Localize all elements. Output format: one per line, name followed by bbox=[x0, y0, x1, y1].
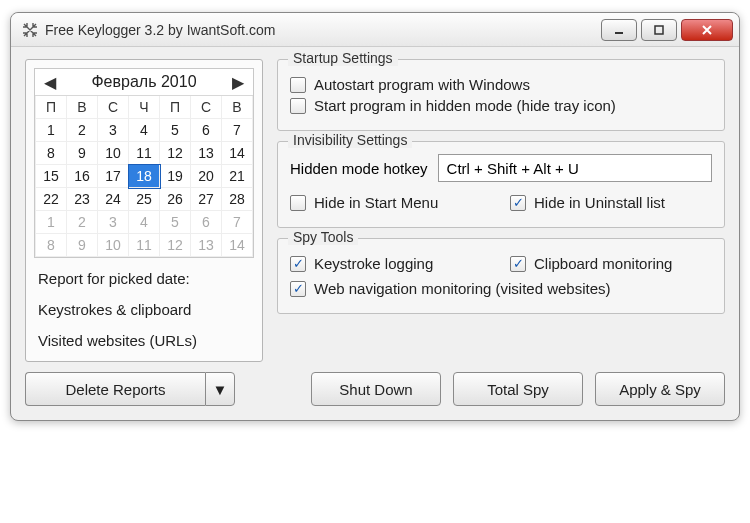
calendar-day[interactable]: 13 bbox=[191, 142, 222, 165]
calendar-day[interactable]: 1 bbox=[36, 119, 67, 142]
calendar-day[interactable]: 13 bbox=[191, 234, 222, 257]
delete-reports-button[interactable]: Delete Reports bbox=[25, 372, 205, 406]
chevron-down-icon: ▼ bbox=[213, 381, 228, 398]
app-window: Free Keylogger 3.2 by IwantSoft.com ◀ Фе… bbox=[10, 12, 740, 421]
calendar-weekday-header: Ч bbox=[129, 96, 160, 119]
calendar-day[interactable]: 4 bbox=[129, 211, 160, 234]
bottom-button-row: Delete Reports ▼ Shut Down Total Spy App… bbox=[25, 372, 725, 406]
calendar-day[interactable]: 21 bbox=[222, 165, 253, 188]
report-for-date-label: Report for picked date: bbox=[38, 270, 250, 287]
spy-tools-legend: Spy Tools bbox=[288, 229, 358, 245]
calendar-day[interactable]: 14 bbox=[222, 234, 253, 257]
shut-down-button[interactable]: Shut Down bbox=[311, 372, 441, 406]
app-icon bbox=[21, 21, 39, 39]
calendar-prev-button[interactable]: ◀ bbox=[41, 73, 59, 91]
titlebar: Free Keylogger 3.2 by IwantSoft.com bbox=[11, 13, 739, 47]
hotkey-input[interactable] bbox=[438, 154, 712, 182]
calendar-weekday-header: С bbox=[191, 96, 222, 119]
apply-spy-button[interactable]: Apply & Spy bbox=[595, 372, 725, 406]
calendar-day[interactable]: 12 bbox=[160, 142, 191, 165]
total-spy-button[interactable]: Total Spy bbox=[453, 372, 583, 406]
calendar-weekday-header: В bbox=[67, 96, 98, 119]
invisibility-settings-group: Invisibility Settings Hidden mode hotkey… bbox=[277, 141, 725, 228]
calendar-day[interactable]: 7 bbox=[222, 119, 253, 142]
startup-settings-group: Startup Settings Autostart program with … bbox=[277, 59, 725, 131]
calendar-weekday-header: В bbox=[222, 96, 253, 119]
calendar-day[interactable]: 6 bbox=[191, 119, 222, 142]
calendar-day[interactable]: 26 bbox=[160, 188, 191, 211]
delete-reports-dropdown-button[interactable]: ▼ bbox=[205, 372, 235, 406]
hide-start-menu-label: Hide in Start Menu bbox=[314, 194, 438, 211]
calendar-day[interactable]: 8 bbox=[36, 234, 67, 257]
calendar-day[interactable]: 1 bbox=[36, 211, 67, 234]
calendar-day[interactable]: 27 bbox=[191, 188, 222, 211]
calendar-day[interactable]: 18 bbox=[129, 165, 160, 188]
calendar-weekday-header: С bbox=[98, 96, 129, 119]
calendar-day[interactable]: 11 bbox=[129, 234, 160, 257]
calendar-day[interactable]: 28 bbox=[222, 188, 253, 211]
calendar-day[interactable]: 15 bbox=[36, 165, 67, 188]
startup-legend: Startup Settings bbox=[288, 50, 398, 66]
left-panel: ◀ Февраль 2010 ▶ ПВСЧПСВ 123456789101112… bbox=[25, 59, 263, 362]
window-title: Free Keylogger 3.2 by IwantSoft.com bbox=[45, 22, 601, 38]
calendar-day[interactable]: 4 bbox=[129, 119, 160, 142]
calendar-day[interactable]: 22 bbox=[36, 188, 67, 211]
spy-tools-group: Spy Tools ✓ Keystroke logging ✓ Clipboar… bbox=[277, 238, 725, 314]
calendar-day[interactable]: 7 bbox=[222, 211, 253, 234]
calendar-day[interactable]: 10 bbox=[98, 142, 129, 165]
maximize-button[interactable] bbox=[641, 19, 677, 41]
autostart-label: Autostart program with Windows bbox=[314, 76, 530, 93]
web-nav-monitoring-checkbox[interactable]: ✓ bbox=[290, 281, 306, 297]
calendar-day[interactable]: 6 bbox=[191, 211, 222, 234]
calendar-weekday-header: П bbox=[36, 96, 67, 119]
web-nav-monitoring-label: Web navigation monitoring (visited websi… bbox=[314, 280, 611, 297]
calendar-day[interactable]: 2 bbox=[67, 119, 98, 142]
calendar-weekday-header: П bbox=[160, 96, 191, 119]
calendar-day[interactable]: 19 bbox=[160, 165, 191, 188]
delete-reports-split-button: Delete Reports ▼ bbox=[25, 372, 235, 406]
hotkey-label: Hidden mode hotkey bbox=[290, 160, 428, 177]
calendar-day[interactable]: 9 bbox=[67, 234, 98, 257]
calendar-day[interactable]: 14 bbox=[222, 142, 253, 165]
minimize-button[interactable] bbox=[601, 19, 637, 41]
calendar-day[interactable]: 17 bbox=[98, 165, 129, 188]
autostart-checkbox[interactable] bbox=[290, 77, 306, 93]
calendar-day[interactable]: 16 bbox=[67, 165, 98, 188]
calendar: ◀ Февраль 2010 ▶ ПВСЧПСВ 123456789101112… bbox=[34, 68, 254, 258]
calendar-month-label: Февраль 2010 bbox=[91, 73, 196, 91]
hide-uninstall-checkbox[interactable]: ✓ bbox=[510, 195, 526, 211]
client-area: ◀ Февраль 2010 ▶ ПВСЧПСВ 123456789101112… bbox=[11, 47, 739, 420]
calendar-day[interactable]: 5 bbox=[160, 211, 191, 234]
keystroke-logging-checkbox[interactable]: ✓ bbox=[290, 256, 306, 272]
calendar-day[interactable]: 3 bbox=[98, 119, 129, 142]
calendar-day[interactable]: 25 bbox=[129, 188, 160, 211]
calendar-day[interactable]: 10 bbox=[98, 234, 129, 257]
calendar-day[interactable]: 12 bbox=[160, 234, 191, 257]
hide-uninstall-label: Hide in Uninstall list bbox=[534, 194, 665, 211]
keystrokes-clipboard-link[interactable]: Keystrokes & clipboard bbox=[38, 301, 250, 318]
hide-start-menu-checkbox[interactable] bbox=[290, 195, 306, 211]
calendar-day[interactable]: 11 bbox=[129, 142, 160, 165]
clipboard-monitoring-label: Clipboard monitoring bbox=[534, 255, 672, 272]
calendar-grid: ПВСЧПСВ 12345678910111213141516171819202… bbox=[35, 96, 253, 257]
calendar-day[interactable]: 24 bbox=[98, 188, 129, 211]
window-controls bbox=[601, 19, 733, 41]
calendar-day[interactable]: 8 bbox=[36, 142, 67, 165]
visited-urls-link[interactable]: Visited websites (URLs) bbox=[38, 332, 250, 349]
hidden-start-checkbox[interactable] bbox=[290, 98, 306, 114]
close-button[interactable] bbox=[681, 19, 733, 41]
hidden-start-label: Start program in hidden mode (hide tray … bbox=[314, 97, 616, 114]
calendar-day[interactable]: 2 bbox=[67, 211, 98, 234]
calendar-day[interactable]: 23 bbox=[67, 188, 98, 211]
invisibility-legend: Invisibility Settings bbox=[288, 132, 412, 148]
svg-rect-1 bbox=[655, 26, 663, 34]
clipboard-monitoring-checkbox[interactable]: ✓ bbox=[510, 256, 526, 272]
calendar-day[interactable]: 5 bbox=[160, 119, 191, 142]
calendar-day[interactable]: 3 bbox=[98, 211, 129, 234]
calendar-day[interactable]: 20 bbox=[191, 165, 222, 188]
calendar-day[interactable]: 9 bbox=[67, 142, 98, 165]
calendar-next-button[interactable]: ▶ bbox=[229, 73, 247, 91]
keystroke-logging-label: Keystroke logging bbox=[314, 255, 433, 272]
